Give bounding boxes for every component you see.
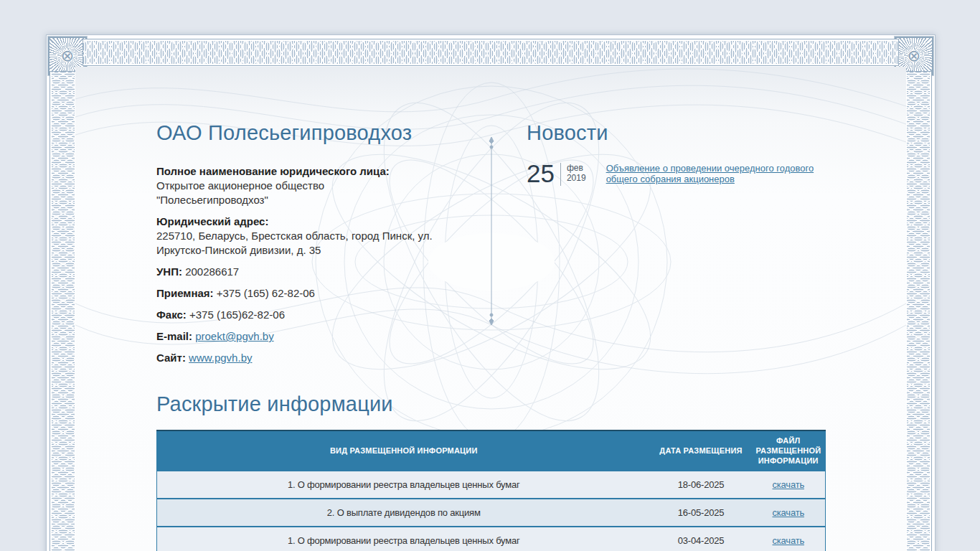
table-row: 1. О формировании реестра владельцев цен…	[157, 471, 826, 499]
disclosure-table: ВИД РАЗМЕЩЕННОЙ ИНФОРМАЦИИ ДАТА РАЗМЕЩЕН…	[156, 430, 826, 551]
news-month: фев	[567, 163, 586, 173]
cell-date: 03-04-2025	[651, 527, 752, 551]
news-year: 2019	[567, 173, 586, 183]
date-separator	[560, 163, 561, 186]
news-section: Новости 25 фев 2019 Объявление о проведе…	[527, 120, 835, 186]
column-header-kind: ВИД РАЗМЕЩЕННОЙ ИНФОРМАЦИИ	[157, 430, 651, 471]
download-link[interactable]: скачать	[773, 507, 804, 518]
company-full-name: Полное наименование юридического лица: О…	[156, 164, 433, 207]
company-legal-address: Юридический адрес: 225710, Беларусь, Бре…	[156, 215, 433, 258]
download-link[interactable]: скачать	[773, 479, 804, 490]
email-link[interactable]: proekt@pgvh.by	[195, 330, 273, 342]
table-row: 2. О выплате дивидендов по акциям 16-05-…	[157, 499, 826, 527]
page-content: ОАО Полесьегипроводхоз Полное наименован…	[75, 67, 906, 551]
news-item: 25 фев 2019 Объявление о проведении очер…	[527, 161, 835, 186]
news-day: 25	[527, 161, 555, 186]
column-header-date: ДАТА РАЗМЕЩЕНИЯ	[651, 430, 752, 471]
news-date: 25 фев 2019	[527, 161, 586, 186]
cell-date: 16-05-2025	[651, 499, 752, 527]
certificate-frame: ⊗ ⊗	[46, 34, 936, 551]
page: { "company": { "title": "ОАО Полесьегипр…	[0, 0, 980, 551]
company-info-section: ОАО Полесьегипроводхоз Полное наименован…	[156, 120, 433, 372]
cell-kind: 2. О выплате дивидендов по акциям	[157, 499, 651, 527]
company-email: E-mail: proekt@pgvh.by	[156, 329, 433, 344]
page-title: ОАО Полесьегипроводхоз	[156, 120, 433, 146]
website-link[interactable]: www.pgvh.by	[189, 352, 252, 364]
table-header-row: ВИД РАЗМЕЩЕННОЙ ИНФОРМАЦИИ ДАТА РАЗМЕЩЕН…	[157, 430, 826, 471]
company-site: Сайт: www.pgvh.by	[156, 351, 433, 365]
frame-border-left	[50, 71, 77, 551]
frame-border-top	[83, 39, 899, 66]
table-row: 1. О формировании реестра владельцев цен…	[157, 527, 826, 551]
disclosure-title: Раскрытие информации	[156, 391, 393, 417]
cell-kind: 1. О формировании реестра владельцев цен…	[157, 471, 651, 499]
company-unp: УНП: 200286617	[156, 265, 433, 279]
news-title: Новости	[527, 120, 835, 146]
company-fax: Факс: +375 (165)62-82-06	[156, 308, 433, 322]
cell-date: 18-06-2025	[651, 471, 752, 499]
column-header-file: ФАЙЛ РАЗМЕЩЕННОЙ ИНФОРМАЦИИ	[752, 430, 826, 471]
news-announcement-link[interactable]: Объявление о проведении очередного годов…	[606, 161, 835, 184]
cell-kind: 1. О формировании реестра владельцев цен…	[157, 527, 651, 551]
company-phone: Приемная: +375 (165) 62-82-06	[156, 286, 433, 301]
download-link[interactable]: скачать	[773, 535, 804, 546]
frame-border-right	[905, 71, 932, 551]
